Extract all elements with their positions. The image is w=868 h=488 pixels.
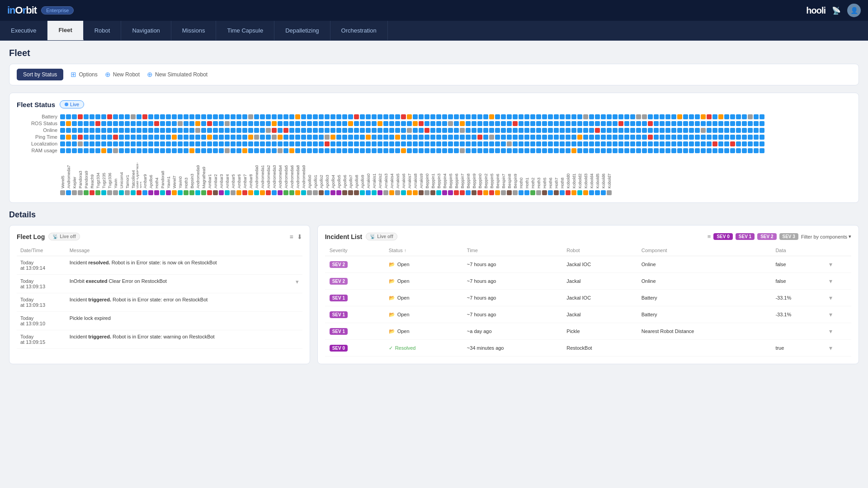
status-cell[interactable]: [178, 114, 183, 119]
filter-components-button[interactable]: Filter by components ▾: [801, 234, 851, 239]
status-cell[interactable]: [131, 128, 136, 133]
tab-timecapsule[interactable]: Time Capsule: [216, 21, 274, 40]
status-cell[interactable]: [236, 135, 241, 140]
status-cell[interactable]: [325, 114, 330, 119]
robot-name-label[interactable]: Bespin7: [501, 157, 506, 188]
incident-row[interactable]: SEV 2 📂 Open ~7 hours ago Jackal Online …: [325, 273, 851, 290]
status-cell[interactable]: [160, 121, 165, 126]
status-cell[interactable]: [624, 121, 629, 126]
status-cell[interactable]: [524, 121, 529, 126]
status-cell[interactable]: [72, 141, 77, 146]
status-cell[interactable]: [454, 128, 459, 133]
status-cell[interactable]: [677, 114, 682, 119]
new-robot-button[interactable]: ⊕ New Robot: [105, 70, 140, 79]
status-cell[interactable]: [466, 148, 471, 153]
status-cell[interactable]: [501, 135, 506, 140]
status-cell[interactable]: [201, 148, 206, 153]
status-cell[interactable]: [736, 148, 741, 153]
robot-name-label[interactable]: Andromeda7: [66, 157, 71, 188]
status-cell[interactable]: [266, 121, 271, 126]
status-cell[interactable]: [430, 141, 435, 146]
status-cell[interactable]: [295, 114, 300, 119]
status-cell[interactable]: [377, 135, 382, 140]
status-cell[interactable]: [595, 128, 600, 133]
status-cell[interactable]: [495, 148, 500, 153]
status-cell[interactable]: [295, 121, 300, 126]
status-cell[interactable]: [748, 121, 753, 126]
status-cell[interactable]: [530, 121, 535, 126]
status-cell[interactable]: [560, 141, 565, 146]
robot-name-label[interactable]: Pandora8: [160, 157, 165, 188]
status-cell[interactable]: [330, 148, 335, 153]
status-cell[interactable]: [266, 135, 271, 140]
status-cell[interactable]: [389, 128, 394, 133]
status-cell[interactable]: [430, 135, 435, 140]
status-cell[interactable]: [289, 114, 294, 119]
status-cell[interactable]: [201, 128, 206, 133]
expand-row-button[interactable]: ▾: [829, 277, 832, 285]
status-cell[interactable]: [254, 128, 259, 133]
robot-name-label[interactable]: Tatcoline4: [131, 157, 136, 188]
status-cell[interactable]: [260, 148, 265, 153]
status-cell[interactable]: [231, 121, 236, 126]
status-cell[interactable]: [660, 141, 665, 146]
status-cell[interactable]: [236, 128, 241, 133]
robot-name-label[interactable]: Unicorn4: [119, 157, 124, 188]
robot-name-label[interactable]: Kobold4: [589, 157, 594, 188]
status-cell[interactable]: [78, 135, 83, 140]
status-cell[interactable]: [554, 141, 559, 146]
log-row[interactable]: Today at 13:09:13 Incident triggered. Ro…: [17, 293, 302, 312]
status-cell[interactable]: [336, 128, 341, 133]
robot-name-label[interactable]: Arrakis3: [383, 157, 388, 188]
robot-name-label[interactable]: Andromeda4: [278, 157, 283, 188]
status-cell[interactable]: [330, 114, 335, 119]
status-cell[interactable]: [536, 114, 541, 119]
status-cell[interactable]: [477, 135, 482, 140]
status-cell[interactable]: [307, 135, 312, 140]
status-cell[interactable]: [642, 141, 647, 146]
status-cell[interactable]: [60, 135, 65, 140]
status-cell[interactable]: [283, 148, 288, 153]
status-cell[interactable]: [342, 114, 347, 119]
robot-name-label[interactable]: Kobold6: [601, 157, 606, 188]
status-cell[interactable]: [712, 148, 717, 153]
status-cell[interactable]: [407, 135, 412, 140]
status-cell[interactable]: [348, 128, 353, 133]
robot-name-label[interactable]: Beppin8: [466, 157, 471, 188]
status-cell[interactable]: [425, 128, 429, 133]
status-cell[interactable]: [654, 128, 659, 133]
status-cell[interactable]: [330, 121, 335, 126]
status-cell[interactable]: [624, 135, 629, 140]
status-cell[interactable]: [483, 148, 488, 153]
status-cell[interactable]: [460, 114, 465, 119]
status-cell[interactable]: [542, 141, 547, 146]
status-cell[interactable]: [313, 128, 318, 133]
status-cell[interactable]: [583, 121, 588, 126]
status-cell[interactable]: [348, 135, 353, 140]
status-cell[interactable]: [201, 114, 206, 119]
status-cell[interactable]: [178, 128, 183, 133]
status-cell[interactable]: [95, 114, 100, 119]
status-cell[interactable]: [748, 148, 753, 153]
status-cell[interactable]: [272, 128, 277, 133]
status-cell[interactable]: [472, 121, 476, 126]
status-cell[interactable]: [560, 121, 565, 126]
status-cell[interactable]: [724, 148, 729, 153]
status-cell[interactable]: [583, 128, 588, 133]
robot-name-label[interactable]: Andromeda1: [260, 157, 265, 188]
status-cell[interactable]: [736, 128, 741, 133]
status-cell[interactable]: [84, 148, 89, 153]
status-cell[interactable]: [718, 148, 723, 153]
status-cell[interactable]: [577, 141, 582, 146]
status-cell[interactable]: [313, 141, 318, 146]
status-cell[interactable]: [354, 135, 359, 140]
status-cell[interactable]: [66, 128, 71, 133]
status-cell[interactable]: [90, 121, 94, 126]
status-cell[interactable]: [636, 141, 641, 146]
status-cell[interactable]: [401, 148, 406, 153]
status-cell[interactable]: [395, 148, 400, 153]
status-cell[interactable]: [72, 135, 77, 140]
status-cell[interactable]: [513, 128, 518, 133]
status-cell[interactable]: [454, 141, 459, 146]
status-cell[interactable]: [78, 114, 83, 119]
